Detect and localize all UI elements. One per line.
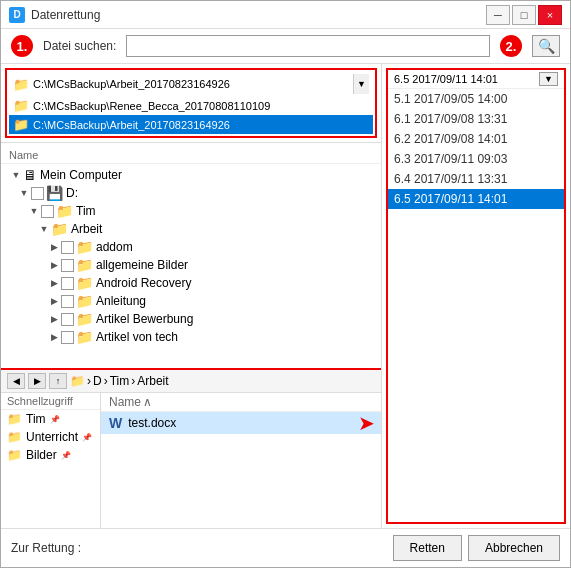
folder-icon-1: 📁: [13, 98, 29, 113]
rescue-label: Zur Rettung :: [11, 541, 81, 555]
tree-toggle-tim[interactable]: ▼: [27, 206, 41, 216]
sort-icon[interactable]: ∧: [143, 395, 152, 409]
folder-icon-tim: 📁: [56, 203, 73, 219]
title-bar-left: D Datenrettung: [9, 7, 100, 23]
versions-panel: 6.5 2017/09/11 14:01 ▼ 5.1 2017/09/05 14…: [386, 68, 566, 524]
tree-item-addom[interactable]: ▶ 📁 addom: [1, 238, 381, 256]
tree-checkbox-artikel-bewerbung[interactable]: [61, 313, 74, 326]
tree-item-artikel-bewerbung[interactable]: ▶ 📁 Artikel Bewerbung: [1, 310, 381, 328]
path-option-1[interactable]: 📁 C:\MCsBackup\Renee_Becca_2017080811010…: [9, 96, 373, 115]
folder-icon-artikel-bewerbung: 📁: [76, 311, 93, 327]
version-num-61: 6.1: [394, 112, 414, 126]
quick-access-item-bilder[interactable]: 📁 Bilder 📌: [1, 446, 100, 464]
tree-toggle-arbeit[interactable]: ▼: [37, 224, 51, 234]
minimize-button[interactable]: ─: [486, 5, 510, 25]
red-arrow-icon: ➤: [358, 411, 375, 435]
version-date-64: 2017/09/11 13:31: [414, 172, 507, 186]
abbrechen-button[interactable]: Abbrechen: [468, 535, 560, 561]
tree-checkbox-d[interactable]: [31, 187, 44, 200]
tree-toggle-computer[interactable]: ▼: [9, 170, 23, 180]
folder-icon-addom: 📁: [76, 239, 93, 255]
version-date-63: 2017/09/11 09:03: [414, 152, 507, 166]
tree-header: Name: [1, 147, 381, 164]
version-item-64[interactable]: 6.4 2017/09/11 13:31: [388, 169, 564, 189]
tree-toggle-android-recovery[interactable]: ▶: [47, 278, 61, 288]
tree-label-addom: addom: [96, 240, 133, 254]
file-row-test-docx[interactable]: W test.docx ➤: [101, 412, 381, 434]
tree-label-anleitung: Anleitung: [96, 294, 146, 308]
path-option-dropdown[interactable]: 📁 C:\MCsBackup\Arbeit_20170823164926 ▼: [9, 72, 373, 96]
pin-icon-bilder: 📌: [61, 451, 71, 460]
version-item-62[interactable]: 6.2 2017/09/08 14:01: [388, 129, 564, 149]
main-area: 📁 C:\MCsBackup\Arbeit_20170823164926 ▼ 📁…: [1, 64, 570, 528]
tree-checkbox-android-recovery[interactable]: [61, 277, 74, 290]
close-button[interactable]: ×: [538, 5, 562, 25]
quick-access-item-tim[interactable]: 📁 Tim 📌: [1, 410, 100, 428]
tree-item-d[interactable]: ▼ 💾 D:: [1, 184, 381, 202]
tree-item-allgemeine-bilder[interactable]: ▶ 📁 allgemeine Bilder: [1, 256, 381, 274]
path-dropdown-button[interactable]: ▼: [353, 74, 369, 94]
tree-item-android-recovery[interactable]: ▶ 📁 Android Recovery: [1, 274, 381, 292]
breadcrumb-sep-1: ›: [87, 374, 91, 388]
breadcrumb: 📁 › D › Tim › Arbeit: [70, 374, 375, 388]
path-selector: 📁 C:\MCsBackup\Arbeit_20170823164926 ▼ 📁…: [5, 68, 377, 138]
tree-item-anleitung[interactable]: ▶ 📁 Anleitung: [1, 292, 381, 310]
version-item-65[interactable]: 6.5 2017/09/11 14:01: [388, 189, 564, 209]
version-date-51: 2017/09/05 14:00: [414, 92, 507, 106]
tree-item-computer[interactable]: ▼ 🖥 Mein Computer: [1, 166, 381, 184]
version-item-51[interactable]: 5.1 2017/09/05 14:00: [388, 89, 564, 109]
breadcrumb-tim[interactable]: Tim: [110, 374, 130, 388]
tree-item-tim[interactable]: ▼ 📁 Tim: [1, 202, 381, 220]
search-button[interactable]: 🔍: [532, 35, 560, 57]
search-input[interactable]: [126, 35, 490, 57]
bottom-nav: ◀ ▶ ↑ 📁 › D › Tim › Arbeit: [1, 370, 381, 393]
path-selected-text: C:\MCsBackup\Arbeit_20170823164926: [33, 78, 349, 90]
version-item-63[interactable]: 6.3 2017/09/11 09:03: [388, 149, 564, 169]
name-header-label: Name: [109, 395, 141, 409]
quick-access-panel: Schnellzugriff 📁 Tim 📌 📁 Unterricht 📌: [1, 393, 101, 528]
forward-button[interactable]: ▶: [28, 373, 46, 389]
toolbar: 1. Datei suchen: 2. 🔍: [1, 29, 570, 64]
pin-icon-unterricht: 📌: [82, 433, 92, 442]
breadcrumb-d[interactable]: D: [93, 374, 102, 388]
version-num-65: 6.5: [394, 192, 414, 206]
step1-badge: 1.: [11, 35, 33, 57]
tree-toggle-anleitung[interactable]: ▶: [47, 296, 61, 306]
version-selected-text: 6.5 2017/09/11 14:01: [394, 73, 498, 85]
tree-checkbox-allgemeine-bilder[interactable]: [61, 259, 74, 272]
qa-icon-tim: 📁: [7, 412, 22, 426]
maximize-button[interactable]: □: [512, 5, 536, 25]
tree-checkbox-anleitung[interactable]: [61, 295, 74, 308]
tree-toggle-addom[interactable]: ▶: [47, 242, 61, 252]
breadcrumb-sep-2: ›: [104, 374, 108, 388]
quick-access-item-unterricht[interactable]: 📁 Unterricht 📌: [1, 428, 100, 446]
bottom-file-panel: ◀ ▶ ↑ 📁 › D › Tim › Arbeit: [1, 368, 381, 528]
path-option-2[interactable]: 📁 C:\MCsBackup\Arbeit_20170823164926: [9, 115, 373, 134]
tree-toggle-artikel-von-tech[interactable]: ▶: [47, 332, 61, 342]
retten-button[interactable]: Retten: [393, 535, 462, 561]
version-date-65: 2017/09/11 14:01: [414, 192, 507, 206]
version-item-61[interactable]: 6.1 2017/09/08 13:31: [388, 109, 564, 129]
folder-icon: 📁: [13, 77, 29, 92]
qa-icon-unterricht: 📁: [7, 430, 22, 444]
up-button[interactable]: ↑: [49, 373, 67, 389]
tree-toggle-allgemeine-bilder[interactable]: ▶: [47, 260, 61, 270]
tree-checkbox-addom[interactable]: [61, 241, 74, 254]
left-panel: 📁 C:\MCsBackup\Arbeit_20170823164926 ▼ 📁…: [1, 64, 382, 528]
tree-checkbox-artikel-von-tech[interactable]: [61, 331, 74, 344]
qa-label-tim: Tim: [26, 412, 46, 426]
window-title: Datenrettung: [31, 8, 100, 22]
breadcrumb-arbeit[interactable]: Arbeit: [137, 374, 168, 388]
back-button[interactable]: ◀: [7, 373, 25, 389]
tree-checkbox-tim[interactable]: [41, 205, 54, 218]
version-num-62: 6.2: [394, 132, 414, 146]
tree-item-artikel-von-tech[interactable]: ▶ 📁 Artikel von tech: [1, 328, 381, 346]
drive-icon: 💾: [46, 185, 63, 201]
folder-icon-2: 📁: [13, 117, 29, 132]
tree-item-arbeit[interactable]: ▼ 📁 Arbeit: [1, 220, 381, 238]
version-dropdown-button[interactable]: ▼: [539, 72, 558, 86]
word-icon: W: [109, 415, 122, 431]
tree-toggle-artikel-bewerbung[interactable]: ▶: [47, 314, 61, 324]
pin-icon-tim: 📌: [50, 415, 60, 424]
tree-toggle-d[interactable]: ▼: [17, 188, 31, 198]
